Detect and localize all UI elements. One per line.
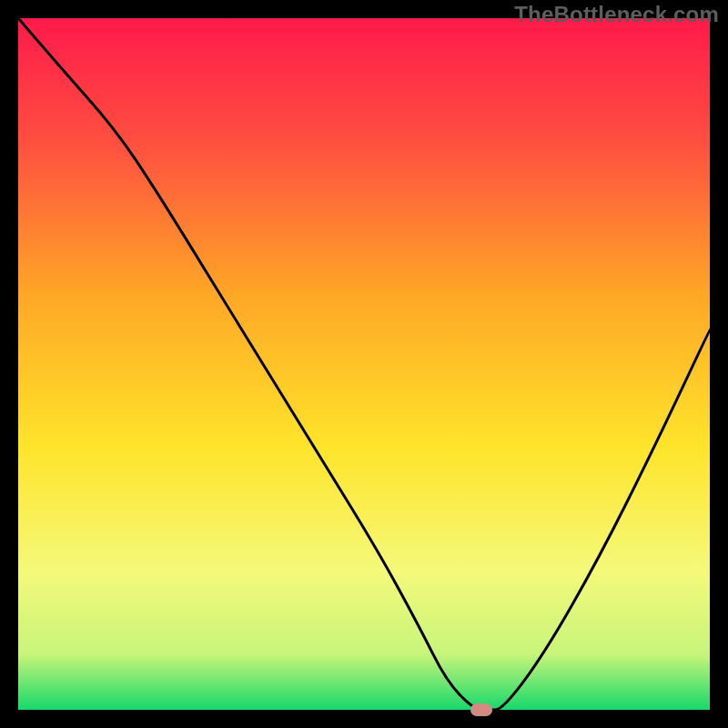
watermark-text: TheBottleneck.com	[514, 2, 719, 27]
plot-area	[18, 18, 710, 710]
bottleneck-curve	[18, 18, 710, 710]
chart-frame: TheBottleneck.com	[0, 0, 728, 728]
curve-path	[18, 18, 710, 710]
optimum-marker	[470, 703, 492, 716]
